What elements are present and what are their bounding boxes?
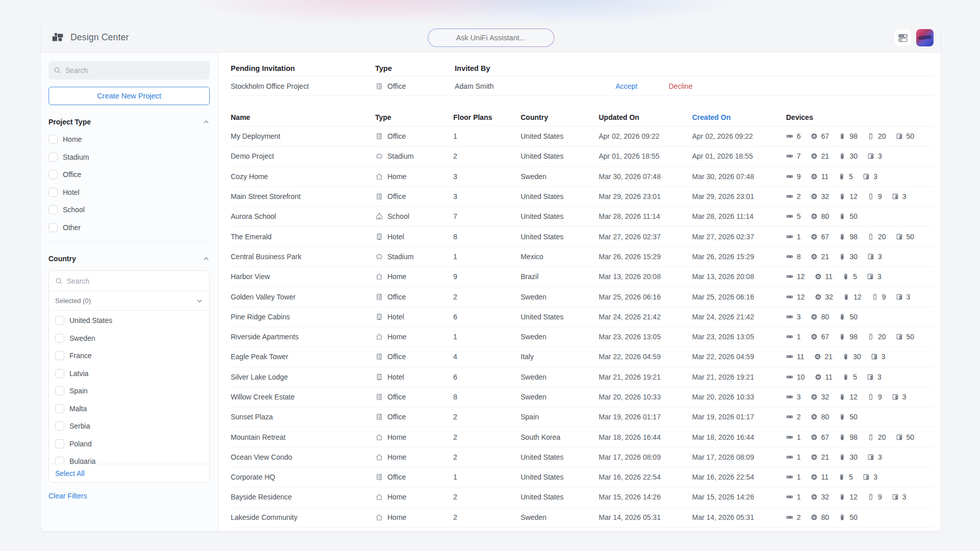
project-row[interactable]: Riverside Apartments Home 1 Sweden Mar 2… — [231, 327, 934, 347]
country-search-input[interactable] — [67, 277, 203, 285]
project-row[interactable]: Eagle Peak Tower Office 4 Italy Mar 22, … — [231, 347, 934, 367]
country-option-france[interactable]: France — [55, 347, 203, 365]
checkbox-icon[interactable] — [48, 223, 58, 232]
checkbox-icon[interactable] — [48, 205, 58, 214]
search-icon — [54, 66, 61, 74]
col-devices[interactable]: Devices — [786, 113, 934, 121]
col-name[interactable]: Name — [231, 113, 375, 121]
checkbox-icon[interactable] — [48, 135, 58, 144]
device-count: 30 — [849, 253, 857, 261]
invitation-row[interactable]: Stockholm Office Project Office Adam Smi… — [231, 76, 934, 96]
country-option-latvia[interactable]: Latvia — [55, 365, 203, 383]
checkbox-icon[interactable] — [55, 457, 64, 464]
country-selected-dropdown[interactable]: Selected (0) — [49, 291, 209, 311]
project-type-section-header[interactable]: Project Type — [48, 116, 210, 128]
sidebar-search-input[interactable] — [65, 66, 205, 74]
project-type-option-home[interactable]: Home — [48, 131, 210, 148]
device-count-phone: 20 — [867, 132, 886, 140]
checkbox-icon[interactable] — [55, 404, 64, 413]
country-option-malta[interactable]: Malta — [55, 400, 203, 418]
camera-icon — [815, 373, 822, 381]
decline-button[interactable]: Decline — [669, 82, 934, 90]
col-created-on-sorted[interactable]: Created On — [692, 113, 786, 121]
project-type-option-school[interactable]: School — [48, 201, 210, 219]
project-row[interactable]: My Deployment Office 1 United States Apr… — [231, 127, 934, 146]
sidebar-search[interactable] — [48, 61, 210, 80]
user-avatar[interactable] — [916, 29, 934, 46]
device-count: 1 — [797, 333, 801, 341]
create-new-project-button[interactable]: Create New Project — [48, 87, 210, 105]
device-count: 12 — [853, 293, 862, 301]
checkbox-icon[interactable] — [55, 386, 64, 395]
preferences-button[interactable] — [895, 30, 911, 46]
display-icon — [867, 454, 874, 461]
project-row[interactable]: Mountain Retreat Home 2 South Korea Mar … — [231, 427, 934, 447]
accept-button[interactable]: Accept — [616, 82, 669, 90]
device-count: 3 — [878, 253, 882, 261]
col-country[interactable]: Country — [521, 113, 599, 121]
col-floor-plans[interactable]: Floor Plans — [453, 113, 521, 121]
project-row[interactable]: Demo Project Stadium 2 United States Apr… — [231, 146, 934, 166]
country-section-header[interactable]: Country — [48, 253, 210, 264]
country-option-sweden[interactable]: Sweden — [55, 330, 203, 347]
device-count: 3 — [878, 152, 882, 160]
assistant-input[interactable] — [428, 29, 554, 46]
project-row[interactable]: Sunset Plaza Office 2 Spain Mar 19, 2026… — [231, 407, 934, 427]
project-row[interactable]: Central Business Park Stadium 1 Mexico M… — [231, 247, 934, 267]
country-option-united-states[interactable]: United States — [55, 312, 203, 330]
checkbox-icon[interactable] — [55, 334, 64, 343]
project-type-option-other[interactable]: Other — [48, 219, 210, 237]
project-name: Bayside Residence — [231, 493, 375, 501]
phone-icon — [871, 293, 878, 300]
project-row[interactable]: Aurora School School 7 United States Mar… — [231, 207, 934, 227]
project-row[interactable]: The Emerald Hotel 8 United States Mar 27… — [231, 227, 934, 246]
project-row[interactable]: Willow Creek Estate Office 8 Sweden Mar … — [231, 387, 934, 407]
invitation-type-label: Office — [387, 82, 406, 90]
country-option-label: Latvia — [69, 369, 88, 378]
project-type-option-stadium[interactable]: Stadium — [48, 148, 210, 166]
select-all-link[interactable]: Select All — [55, 469, 85, 478]
device-count: 3 — [873, 172, 877, 181]
checkbox-icon[interactable] — [55, 439, 64, 448]
country-option-poland[interactable]: Poland — [55, 435, 203, 453]
project-row[interactable]: Silver Lake Lodge Hotel 6 Sweden Mar 21,… — [231, 367, 934, 387]
project-row[interactable]: Golden Valley Tower Office 2 Sweden Mar … — [231, 287, 934, 307]
project-floor-plans: 6 — [453, 373, 521, 381]
project-row[interactable]: Bayside Residence Home 2 United States M… — [231, 487, 934, 507]
stadium-type-icon — [375, 253, 383, 261]
gateway-icon — [786, 353, 793, 360]
gateway-icon — [786, 193, 793, 200]
col-type[interactable]: Type — [375, 113, 453, 121]
checkbox-icon[interactable] — [55, 351, 64, 360]
project-row[interactable]: Corporate HQ Office 1 United States Mar … — [231, 467, 934, 487]
checkbox-icon[interactable] — [48, 188, 58, 197]
project-type-label: Home — [387, 172, 406, 181]
country-option-spain[interactable]: Spain — [55, 382, 203, 400]
clear-filters-link[interactable]: Clear Filters — [48, 492, 87, 500]
project-type-option-label: Stadium — [63, 153, 89, 161]
project-row[interactable]: Main Street Storefront Office 3 United S… — [231, 187, 934, 207]
device-count-phone: 20 — [867, 333, 886, 341]
project-type-option-hotel[interactable]: Hotel — [48, 184, 210, 202]
device-count: 80 — [821, 513, 829, 521]
checkbox-icon[interactable] — [55, 421, 64, 431]
checkbox-icon[interactable] — [48, 170, 58, 179]
project-row[interactable]: Lakeside Community Home 2 Sweden Mar 14,… — [231, 508, 934, 528]
project-type-option-office[interactable]: Office — [48, 166, 210, 184]
checkbox-icon[interactable] — [55, 316, 64, 325]
checkbox-icon[interactable] — [48, 153, 58, 162]
project-type: Office — [375, 473, 453, 481]
country-option-serbia[interactable]: Serbia — [55, 417, 203, 435]
country-option-bulgaria[interactable]: Bulgaria — [55, 453, 203, 464]
project-created-on: Mar 17, 2026 08:09 — [692, 453, 786, 461]
device-count-camera: 67 — [811, 333, 829, 341]
access-icon — [839, 233, 846, 240]
device-count: 1 — [797, 433, 801, 441]
project-row[interactable]: Ocean View Condo Home 2 United States Ma… — [231, 447, 934, 467]
col-updated-on[interactable]: Updated On — [599, 113, 692, 121]
project-row[interactable]: Harbor View Home 9 Brazil Mar 13, 2026 2… — [231, 267, 934, 287]
country-search[interactable] — [49, 271, 209, 291]
project-row[interactable]: Cozy Home Home 3 Sweden Mar 30, 2026 07:… — [231, 167, 934, 187]
checkbox-icon[interactable] — [55, 369, 64, 378]
project-row[interactable]: Pine Ridge Cabins Hotel 6 United States … — [231, 307, 934, 327]
